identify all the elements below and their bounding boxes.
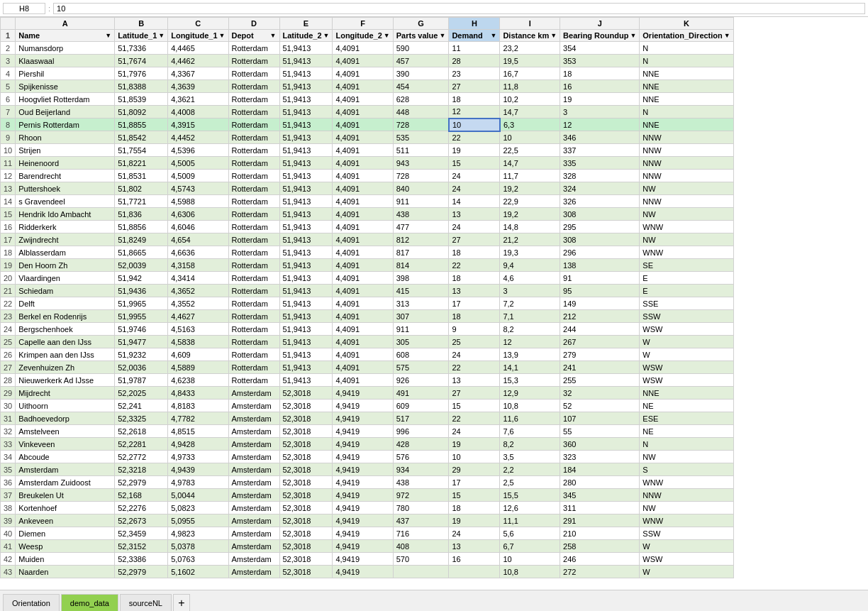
cell-name[interactable]: Den Hoorn Zh [16,259,115,272]
cell-lon2[interactable]: 4,9419 [333,425,393,438]
cell-lon1[interactable]: 4,5838 [168,336,228,348]
cell-lon1[interactable]: 5,0955 [168,514,228,527]
cell-bearing[interactable]: 279 [560,348,640,361]
cell-lat2[interactable]: 51,9413 [279,246,333,259]
filter-lon2[interactable]: ▼ [384,32,390,39]
cell-demand[interactable]: 28 [449,55,500,67]
cell-demand[interactable]: 19 [449,514,500,527]
cell-depot[interactable]: Amsterdam [228,463,279,476]
col-letter-c[interactable]: C [168,18,228,30]
cell-lat2[interactable]: 51,9413 [279,348,333,361]
cell-lat1[interactable]: 51,8221 [115,157,168,170]
cell-parts[interactable]: 780 [393,502,449,514]
cell-demand[interactable]: 27 [449,80,500,93]
cell-depot[interactable]: Amsterdam [228,489,279,502]
cell-lon1[interactable]: 4,8183 [168,400,228,412]
cell-depot[interactable]: Amsterdam [228,502,279,514]
cell-dist[interactable]: 8,2 [500,323,560,336]
cell-lat2[interactable]: 51,9413 [279,42,333,55]
cell-lat2[interactable]: 51,9413 [279,361,333,374]
cell-parts[interactable]: 943 [393,157,449,170]
filter-orientation[interactable]: ▼ [724,32,730,39]
cell-name[interactable]: Numansdorp [16,42,115,55]
cell-lat1[interactable]: 51,8856 [115,221,168,233]
cell-name[interactable]: Berkel en Rodenrijs [16,310,115,323]
cell-bearing[interactable]: 267 [560,336,640,348]
cell-demand[interactable]: 18 [449,310,500,323]
cell-parts[interactable]: 972 [393,489,449,502]
cell-demand[interactable]: 22 [449,412,500,425]
cell-orientation[interactable]: W [640,566,733,578]
cell-depot[interactable]: Amsterdam [228,387,279,400]
filter-parts[interactable]: ▼ [439,32,445,39]
cell-lon1[interactable]: 5,0763 [168,553,228,566]
cell-dist[interactable]: 10,2 [500,93,560,106]
cell-orientation[interactable]: NE [640,400,733,412]
cell-lat1[interactable]: 52,2618 [115,425,168,438]
cell-bearing[interactable]: 184 [560,463,640,476]
cell-bearing[interactable]: 212 [560,310,640,323]
cell-bearing[interactable]: 18 [560,67,640,80]
cell-name[interactable]: Klaaswaal [16,55,115,67]
cell-demand[interactable]: 24 [449,170,500,182]
cell-lat2[interactable]: 52,3018 [279,476,333,489]
cell-parts[interactable]: 570 [393,553,449,566]
cell-lat1[interactable]: 51,7976 [115,67,168,80]
cell-lon1[interactable]: 4,9439 [168,463,228,476]
cell-lon1[interactable]: 5,1602 [168,566,228,578]
header-depot[interactable]: Depot▼ [228,30,279,42]
cell-lon1[interactable]: 5,0378 [168,540,228,553]
cell-orientation[interactable]: NW [640,502,733,514]
cell-bearing[interactable]: 291 [560,514,640,527]
cell-name[interactable]: Capelle aan den IJss [16,336,115,348]
cell-demand[interactable]: 10 [449,119,500,131]
cell-bearing[interactable]: 258 [560,540,640,553]
cell-depot[interactable]: Rotterdam [228,374,279,387]
cell-depot[interactable]: Rotterdam [228,323,279,336]
header-orientation[interactable]: Orientation_Direction▼ [640,30,733,42]
col-letter-d[interactable]: D [228,18,279,30]
cell-orientation[interactable]: SSW [640,310,733,323]
cell-demand[interactable]: 18 [449,272,500,285]
cell-dist[interactable]: 4,6 [500,272,560,285]
cell-name[interactable]: Ridderkerk [16,221,115,233]
cell-lat1[interactable]: 52,2979 [115,566,168,578]
cell-parts[interactable]: 911 [393,195,449,208]
cell-depot[interactable]: Rotterdam [228,208,279,221]
cell-parts[interactable]: 477 [393,221,449,233]
cell-name[interactable]: Schiedam [16,285,115,297]
tab-add-button[interactable]: + [173,594,190,611]
cell-orientation[interactable]: E [640,272,733,285]
cell-depot[interactable]: Rotterdam [228,195,279,208]
cell-lon1[interactable]: 4,4008 [168,106,228,119]
cell-orientation[interactable]: NNE [640,67,733,80]
cell-name[interactable]: Piershil [16,67,115,80]
cell-bearing[interactable]: 272 [560,566,640,578]
cell-depot[interactable]: Amsterdam [228,425,279,438]
cell-lat2[interactable]: 51,9413 [279,182,333,195]
cell-parts[interactable]: 575 [393,361,449,374]
cell-parts[interactable]: 491 [393,387,449,400]
cell-lon2[interactable]: 4,9419 [333,438,393,451]
cell-depot[interactable]: Amsterdam [228,566,279,578]
cell-orientation[interactable]: NW [640,208,733,221]
cell-lat1[interactable]: 52,2276 [115,502,168,514]
cell-lon1[interactable]: 4,6306 [168,208,228,221]
cell-lat2[interactable]: 52,3018 [279,412,333,425]
cell-lat2[interactable]: 52,3018 [279,387,333,400]
col-letter-h[interactable]: H [449,18,500,30]
cell-depot[interactable]: Rotterdam [228,246,279,259]
cell-depot[interactable]: Rotterdam [228,144,279,157]
cell-orientation[interactable]: WSW [640,323,733,336]
cell-lat1[interactable]: 52,2281 [115,438,168,451]
cell-parts[interactable]: 814 [393,259,449,272]
tab-orientation[interactable]: Orientation [3,594,60,611]
cell-depot[interactable]: Amsterdam [228,400,279,412]
cell-orientation[interactable]: NE [640,425,733,438]
cell-lon2[interactable]: 4,4091 [333,119,393,131]
cell-dist[interactable]: 15,5 [500,489,560,502]
cell-lat1[interactable]: 52,0036 [115,361,168,374]
cell-lon2[interactable]: 4,4091 [333,221,393,233]
header-parts[interactable]: Parts value▼ [393,30,449,42]
cell-bearing[interactable]: 244 [560,323,640,336]
